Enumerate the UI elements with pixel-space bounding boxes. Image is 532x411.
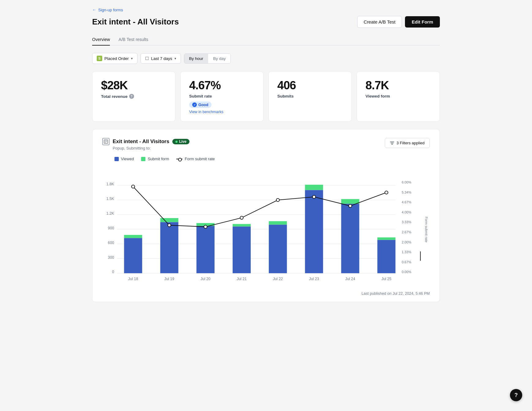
view-benchmarks-link[interactable]: View in benchmarks xyxy=(189,110,255,114)
dot-jul22 xyxy=(276,198,279,202)
bar-viewed-jul21 xyxy=(233,227,251,273)
bar-viewed-jul20 xyxy=(197,226,215,273)
svg-text:3.33%: 3.33% xyxy=(402,220,411,224)
chevron-down-icon-2: ▾ xyxy=(174,57,176,61)
svg-text:4.67%: 4.67% xyxy=(402,200,411,204)
chart-header: Exit intent - All Visitors Live Popup, S… xyxy=(102,138,430,150)
svg-text:1.5K: 1.5K xyxy=(107,197,114,201)
bar-viewed-jul18 xyxy=(124,238,142,273)
time-toggle-group: By hour By day xyxy=(184,54,231,64)
bar-submit-jul18 xyxy=(124,235,142,238)
metric-value-viewed: 8.7K xyxy=(365,79,431,92)
dot-jul24 xyxy=(349,204,352,207)
svg-text:0.00%: 0.00% xyxy=(402,270,411,274)
x-label-jul18: Jul 18 xyxy=(128,277,138,281)
placed-order-filter[interactable]: S Placed Order ▾ xyxy=(92,53,137,64)
svg-text:600: 600 xyxy=(108,241,114,245)
legend-rate-line xyxy=(176,159,182,159)
chart-form-icon xyxy=(102,138,110,145)
x-label-jul23: Jul 23 xyxy=(309,277,319,281)
x-label-jul22: Jul 22 xyxy=(273,277,283,281)
svg-text:0.67%: 0.67% xyxy=(402,260,411,264)
x-label-jul20: Jul 20 xyxy=(200,277,211,281)
svg-text:1.2K: 1.2K xyxy=(107,211,114,216)
chevron-down-icon: ▾ xyxy=(131,57,133,61)
metric-label-submits: Submits xyxy=(277,94,343,98)
bar-submit-jul24 xyxy=(341,199,359,204)
bar-submit-jul23 xyxy=(305,185,323,190)
x-label-jul19: Jul 19 xyxy=(164,277,174,281)
dot-jul19 xyxy=(168,224,171,227)
metric-label-revenue: Total revenue ? xyxy=(101,94,167,99)
metric-value-submits: 406 xyxy=(277,79,343,92)
bar-viewed-jul19 xyxy=(160,222,178,273)
dot-jul20 xyxy=(204,225,207,228)
filters-row: S Placed Order ▾ ☐ Last 7 days ▾ By hour… xyxy=(92,53,440,64)
svg-text:1.33%: 1.33% xyxy=(402,250,411,254)
bar-viewed-jul24 xyxy=(341,204,359,273)
svg-text:300: 300 xyxy=(108,255,114,260)
bar-viewed-jul25 xyxy=(377,240,395,273)
good-badge: ✓ Good xyxy=(189,102,212,108)
live-badge: Live xyxy=(172,139,189,144)
check-icon: ✓ xyxy=(192,102,197,107)
shopify-icon: S xyxy=(97,56,102,61)
metric-total-revenue: $28K Total revenue ? xyxy=(92,71,175,122)
svg-text:2.00%: 2.00% xyxy=(402,240,411,244)
metric-submit-rate: 4.67% Submit rate ✓ Good View in benchma… xyxy=(180,71,264,122)
metric-value-submit-rate: 4.67% xyxy=(189,79,255,92)
edit-form-button[interactable]: Edit Form xyxy=(405,16,440,28)
chart-svg: 0 300 600 900 1.2K 1.5K 1.8K 0.00% 0.67%… xyxy=(102,167,430,286)
create-ab-test-button[interactable]: Create A/B Test xyxy=(357,16,402,28)
svg-text:4.00%: 4.00% xyxy=(402,210,411,214)
svg-text:Form submit rate: Form submit rate xyxy=(425,217,428,243)
back-link[interactable]: ← Sign-up forms xyxy=(92,7,440,12)
back-label: Sign-up forms xyxy=(98,8,123,12)
tab-overview[interactable]: Overview xyxy=(92,34,110,46)
svg-text:2.67%: 2.67% xyxy=(402,230,411,234)
page-title: Exit intent - All Visitors xyxy=(92,17,179,27)
dot-jul18 xyxy=(132,185,135,188)
metric-value-revenue: $28K xyxy=(101,79,167,92)
metric-label-submit-rate: Submit rate xyxy=(189,94,255,98)
bar-submit-jul21 xyxy=(233,224,251,226)
bar-submit-jul25 xyxy=(377,237,395,240)
calendar-icon: ☐ xyxy=(145,56,149,61)
legend-form-submit-rate: Form submit rate xyxy=(176,157,215,161)
metric-submits: 406 Submits xyxy=(268,71,352,122)
svg-text:6.00%: 6.00% xyxy=(402,180,411,184)
legend-submit-form: Submit form xyxy=(141,157,169,161)
header-actions: Create A/B Test Edit Form xyxy=(357,16,440,28)
chart-title: Exit intent - All Visitors xyxy=(113,139,169,145)
svg-text:0: 0 xyxy=(112,270,114,274)
bar-viewed-jul23 xyxy=(305,190,323,273)
chart-title-group: Exit intent - All Visitors Live Popup, S… xyxy=(102,138,189,150)
x-label-jul21: Jul 21 xyxy=(237,277,247,281)
help-icon-revenue[interactable]: ? xyxy=(129,94,134,99)
dot-jul25 xyxy=(385,191,388,194)
live-dot xyxy=(175,141,178,143)
back-arrow-icon: ← xyxy=(92,7,96,12)
x-label-jul25: Jul 25 xyxy=(381,277,392,281)
metric-viewed-form: 8.7K Viewed form xyxy=(357,71,440,122)
date-range-label: Last 7 days xyxy=(151,56,172,61)
tabs-row: Overview A/B Test results xyxy=(92,34,440,46)
svg-text:5.34%: 5.34% xyxy=(402,191,411,194)
filters-applied-button[interactable]: 3 Filters applied xyxy=(385,138,430,148)
bar-viewed-jul22 xyxy=(269,225,287,273)
chart-area: 0 300 600 900 1.2K 1.5K 1.8K 0.00% 0.67%… xyxy=(102,167,430,287)
chart-card: Exit intent - All Visitors Live Popup, S… xyxy=(92,129,440,302)
legend-viewed: Viewed xyxy=(114,157,134,161)
svg-text:900: 900 xyxy=(108,226,114,230)
legend-viewed-box xyxy=(114,157,119,161)
by-hour-toggle[interactable]: By hour xyxy=(184,54,208,63)
svg-text:1.8K: 1.8K xyxy=(107,182,114,186)
metrics-row: $28K Total revenue ? 4.67% Submit rate ✓… xyxy=(92,71,440,122)
tab-ab-results[interactable]: A/B Test results xyxy=(118,34,148,46)
date-range-filter[interactable]: ☐ Last 7 days ▾ xyxy=(140,53,181,64)
by-day-toggle[interactable]: By day xyxy=(208,54,230,63)
chart-legend: Viewed Submit form Form submit rate xyxy=(114,157,430,161)
published-text: Last published on Jul 22, 2024, 5:46 PM xyxy=(102,291,430,296)
placed-order-label: Placed Order xyxy=(104,56,129,61)
dot-jul23 xyxy=(313,195,316,198)
